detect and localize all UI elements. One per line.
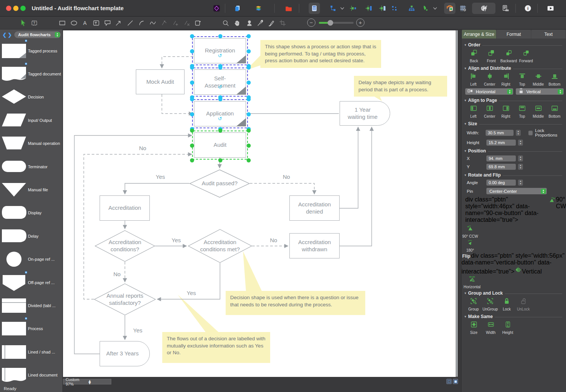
rotate-handle-icon[interactable]: ↺	[218, 53, 222, 59]
chevron-down-icon[interactable]	[337, 3, 348, 14]
drawing-canvas[interactable]: Registration↺Self-Assessment↺Application…	[62, 29, 457, 378]
report-link-icon[interactable]	[500, 3, 511, 14]
top-button[interactable]: Top	[514, 105, 530, 118]
height-button[interactable]: Height	[499, 321, 516, 335]
zoom-out-button[interactable]: −	[307, 18, 315, 27]
flowchart-node-accr-conditions-met[interactable]: Accreditation conditions met?	[188, 229, 252, 263]
backward-button[interactable]: Backward	[500, 49, 517, 63]
library-shape-decision[interactable]: Decision	[0, 86, 62, 109]
lock-button[interactable]: Lock	[498, 297, 515, 311]
section-header[interactable]: ▾Size	[461, 120, 566, 127]
flowchart-node-audit-passed[interactable]: Audit passed?	[189, 169, 250, 198]
ungroup-button[interactable]: UnGroup	[482, 297, 498, 311]
flowchart-node-accreditation-withdrawn[interactable]: Accreditation withdrawn	[289, 233, 340, 258]
bottom-button[interactable]: Bottom	[546, 105, 563, 118]
selection-handle[interactable]	[190, 97, 194, 101]
present-icon[interactable]	[545, 3, 556, 14]
flowchart-node-accreditation[interactable]: Accreditation	[100, 195, 150, 221]
style-palette-icon[interactable]	[472, 3, 495, 14]
section-header[interactable]: ▾Order	[461, 41, 566, 48]
folder-icon[interactable]	[283, 3, 294, 14]
selection-handle[interactable]	[218, 129, 223, 133]
copy-pages-icon[interactable]	[232, 3, 243, 14]
selection-handle[interactable]	[190, 129, 194, 133]
chevron-down-icon[interactable]	[429, 3, 441, 14]
horizontal-distribute-dropdown[interactable]: Horizontal▲▼	[465, 88, 513, 95]
x-field[interactable]: 94. mm	[486, 155, 516, 161]
library-shape-parallelogram[interactable]: Input/ Output	[0, 109, 62, 132]
grid-icon[interactable]	[457, 3, 469, 14]
flowchart-node-mock-audit[interactable]: Mock Audit	[136, 69, 185, 94]
library-shape-off-page[interactable]: Off-page ref ...	[0, 271, 62, 294]
stamp-tool[interactable]	[245, 18, 254, 28]
selection-handle[interactable]	[218, 97, 223, 101]
library-back-button[interactable]: ❮	[2, 32, 7, 38]
flowchart-node-audit[interactable]: Audit	[194, 132, 246, 158]
front-button[interactable]: Front	[483, 49, 500, 63]
node-add-tool[interactable]	[171, 18, 180, 28]
section-header[interactable]: ▾Align and Distribute	[461, 64, 566, 72]
flowchart-node-after-3-years[interactable]: After 3 Years	[100, 341, 150, 366]
info-icon[interactable]: i	[522, 3, 534, 14]
frame-text-tool[interactable]	[91, 18, 101, 28]
library-shape-trapezoid[interactable]: Manual operation	[0, 132, 62, 155]
shape-action-tool[interactable]	[193, 18, 203, 28]
right-button[interactable]: Right	[498, 105, 514, 118]
selection-handle[interactable]	[247, 97, 251, 101]
select-tool[interactable]	[18, 18, 28, 28]
center-button[interactable]: Center	[481, 72, 498, 86]
left-button[interactable]: Left	[465, 72, 481, 86]
vertical-distribute-dropdown[interactable]: Vertical▲▼	[516, 88, 564, 95]
library-shape-delay[interactable]: Delay	[0, 224, 62, 247]
selection-handle[interactable]	[247, 80, 251, 85]
flowchart-node-accr-conditions[interactable]: Accreditation conditions?	[95, 230, 155, 262]
field-stepper[interactable]: ▲▼	[518, 164, 523, 170]
center-button[interactable]: Center	[481, 105, 498, 118]
flowchart-node-self-assessment[interactable]: Self-Assessment↺	[194, 69, 246, 95]
width-button[interactable]: Width	[482, 321, 499, 335]
top-button[interactable]: Top	[514, 72, 530, 86]
library-shape-circle[interactable]: On-page ref ...	[0, 248, 62, 271]
zoom-level-dropdown[interactable]: Custom 97% ▲▼	[63, 379, 111, 384]
selection-handle[interactable]	[247, 158, 251, 163]
arc-tool[interactable]	[137, 18, 146, 28]
node-edit-tool[interactable]	[159, 18, 169, 28]
180--button[interactable]: 180°	[461, 238, 479, 252]
zoom-window-button[interactable]	[20, 6, 26, 11]
section-header[interactable]: ▾Make Same	[461, 312, 566, 320]
callout-tool[interactable]	[103, 18, 112, 28]
lock-proportions-checkbox[interactable]	[528, 131, 533, 135]
connector-arrow-tool[interactable]	[114, 18, 123, 28]
distribute-col-icon[interactable]	[363, 3, 374, 14]
field-stepper[interactable]: ▲▼	[516, 130, 520, 136]
selection-handle[interactable]	[247, 112, 251, 116]
pin-dropdown[interactable]: Center-Center▲▼	[486, 188, 547, 194]
selection-handle[interactable]	[247, 34, 251, 38]
format-brush-tool[interactable]	[266, 18, 276, 28]
selection-handle[interactable]	[190, 80, 194, 85]
section-header[interactable]: ▾Rotate and Flip	[461, 171, 566, 178]
section-header[interactable]: ▾Position	[461, 147, 566, 154]
zoom-slider-knob[interactable]	[328, 20, 333, 26]
library-shape-lined[interactable]: Lined / shad ...	[0, 340, 62, 363]
library-shape-lined-document[interactable]: Lined document	[0, 363, 62, 386]
library-shape-tagged-process[interactable]: Tagged process	[0, 39, 62, 62]
width-field[interactable]: 30.5 mm	[486, 130, 514, 136]
tab-arrange-size[interactable]: Arrange & Size	[462, 30, 496, 38]
height-field[interactable]: 15.2 mm	[486, 140, 516, 146]
library-shape-divided[interactable]: Divided (tabl ...	[0, 294, 62, 317]
section-header[interactable]: ▾Align to Page	[461, 96, 566, 104]
text-tool[interactable]: A	[80, 18, 90, 28]
eyedropper-tool[interactable]	[255, 18, 265, 28]
90-ccw-button[interactable]: 90° CCW	[461, 224, 479, 238]
close-window-button[interactable]	[6, 6, 11, 11]
snap-glue-icon[interactable]	[444, 3, 455, 14]
zoom-slider[interactable]	[319, 22, 354, 24]
search-tool[interactable]	[221, 18, 231, 28]
small-squares-icon[interactable]	[389, 3, 400, 14]
distribute-doc-icon[interactable]	[377, 3, 388, 14]
flowchart-node-application[interactable]: Application↺	[194, 101, 246, 126]
line-tool[interactable]	[125, 18, 135, 28]
field-stepper[interactable]: ▲▼	[518, 180, 523, 186]
selection-handle[interactable]	[218, 158, 223, 163]
